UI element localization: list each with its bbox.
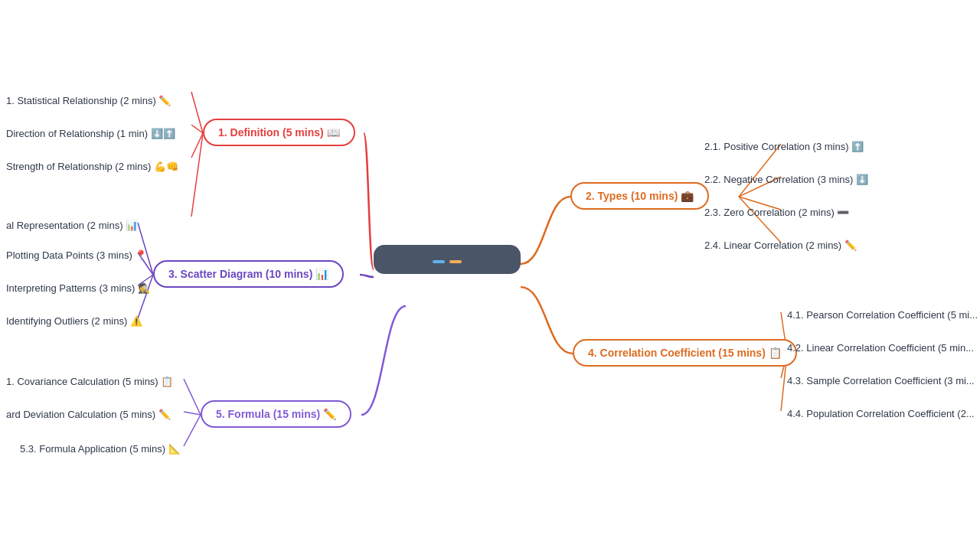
l2-node-r3_4: al Representation (2 mins) 📊 — [0, 217, 144, 234]
l1-node-n5[interactable]: 5. Formula (15 mins) ✏️ — [201, 400, 351, 428]
svg-line-3 — [191, 133, 203, 217]
l1-node-n3[interactable]: 3. Scatter Diagram (10 mins) 📊 — [153, 260, 344, 288]
l1-node-n2[interactable]: 2. Types (10 mins) 💼 — [570, 182, 709, 210]
l2-node-r2_1: 2.1. Positive Correlation (3 mins) ⬆️ — [698, 138, 870, 155]
l2-node-r4_4: 4.4. Population Correlation Coefficient … — [781, 405, 980, 422]
l2-node-r5_2: ard Deviation Calculation (5 mins) ✏️ — [0, 406, 177, 423]
l2-node-r3_3: Identifying Outliers (2 mins) ⚠️ — [0, 312, 149, 330]
l2-node-r4_2: 4.2. Linear Correlation Coefficient (5 m… — [781, 339, 980, 357]
l2-node-r5_1: 1. Covariance Calculation (5 mins) 📋 — [0, 373, 179, 390]
l2-node-r1_1: 1. Statistical Relationship (2 mins) ✏️ — [0, 92, 177, 109]
l1-node-n1[interactable]: 1. Definition (5 mins) 📖 — [203, 119, 355, 146]
svg-line-16 — [184, 379, 201, 415]
svg-line-17 — [184, 412, 201, 415]
l2-node-r4_1: 4.1. Pearson Correlation Coefficient (5 … — [781, 306, 980, 324]
svg-line-0 — [191, 92, 203, 133]
l2-node-r3_1: Plotting Data Points (3 mins) 📍 — [0, 246, 153, 264]
l2-node-r1_2: Direction of Relationship (1 min) ⬇️⬆️ — [0, 125, 181, 142]
svg-line-2 — [191, 133, 203, 158]
tag-data-analysis — [433, 260, 445, 263]
l2-node-r2_2: 2.2. Negative Correlation (3 mins) ⬇️ — [698, 171, 874, 188]
l2-node-r1_3: Strength of Relationship (2 mins) 💪👊 — [0, 158, 185, 175]
l2-node-r2_3: 2.3. Zero Correlation (2 mins) ➖ — [698, 204, 855, 221]
l1-node-n4[interactable]: 4. Correlation Coefficient (15 mins) 📋 — [573, 339, 797, 367]
center-node — [374, 245, 521, 274]
tag-statistics — [449, 260, 462, 263]
svg-line-1 — [191, 125, 203, 133]
l2-node-r5_3: 5.3. Formula Application (5 mins) 📐 — [14, 440, 187, 458]
l2-node-r4_3: 4.3. Sample Correlation Coefficient (3 m… — [781, 372, 980, 390]
l2-node-r3_2: Interpreting Patterns (3 mins) 🕵️ — [0, 279, 156, 297]
l2-node-r2_4: 2.4. Linear Correlation (2 mins) ✏️ — [698, 236, 863, 254]
